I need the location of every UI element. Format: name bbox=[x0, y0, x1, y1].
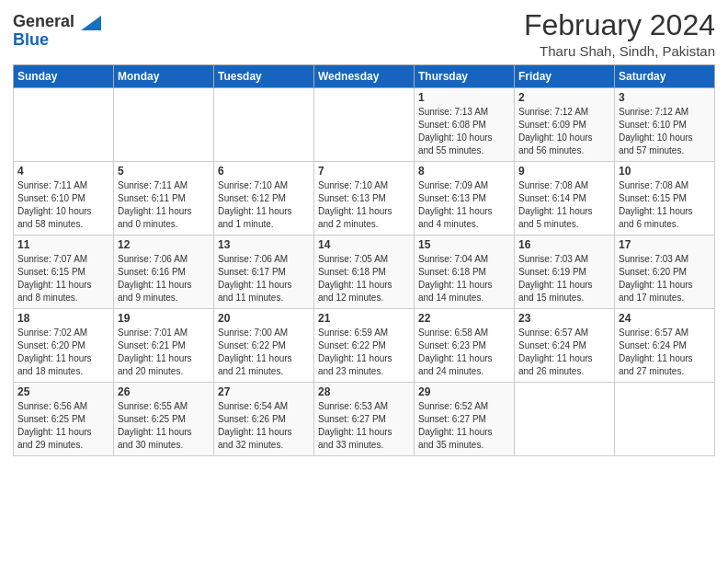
calendar-cell bbox=[314, 88, 415, 162]
day-info: Sunrise: 7:03 AM Sunset: 6:20 PM Dayligh… bbox=[619, 253, 711, 304]
day-number: 5 bbox=[118, 165, 210, 178]
day-number: 17 bbox=[619, 238, 711, 251]
calendar-cell: 17Sunrise: 7:03 AM Sunset: 6:20 PM Dayli… bbox=[615, 236, 715, 309]
day-number: 19 bbox=[118, 312, 210, 325]
day-info: Sunrise: 6:56 AM Sunset: 6:25 PM Dayligh… bbox=[17, 400, 109, 452]
day-number: 1 bbox=[418, 91, 510, 104]
title-area: February 2024 Tharu Shah, Sindh, Pakista… bbox=[524, 9, 715, 59]
calendar-cell: 21Sunrise: 6:59 AM Sunset: 6:22 PM Dayli… bbox=[314, 309, 415, 383]
day-number: 23 bbox=[518, 312, 610, 325]
calendar-cell bbox=[214, 88, 314, 162]
day-info: Sunrise: 7:11 AM Sunset: 6:10 PM Dayligh… bbox=[17, 179, 109, 231]
calendar-cell: 7Sunrise: 7:10 AM Sunset: 6:13 PM Daylig… bbox=[314, 162, 415, 236]
calendar-cell: 25Sunrise: 6:56 AM Sunset: 6:25 PM Dayli… bbox=[14, 383, 114, 456]
day-info: Sunrise: 7:13 AM Sunset: 6:08 PM Dayligh… bbox=[418, 106, 510, 157]
day-info: Sunrise: 7:10 AM Sunset: 6:12 PM Dayligh… bbox=[218, 179, 310, 231]
calendar-cell: 1Sunrise: 7:13 AM Sunset: 6:08 PM Daylig… bbox=[415, 88, 515, 162]
day-info: Sunrise: 7:09 AM Sunset: 6:13 PM Dayligh… bbox=[418, 179, 510, 231]
week-row-5: 25Sunrise: 6:56 AM Sunset: 6:25 PM Dayli… bbox=[14, 383, 715, 456]
calendar-cell: 27Sunrise: 6:54 AM Sunset: 6:26 PM Dayli… bbox=[214, 383, 314, 456]
day-info: Sunrise: 7:06 AM Sunset: 6:17 PM Dayligh… bbox=[218, 253, 310, 304]
day-number: 18 bbox=[17, 312, 109, 325]
day-number: 16 bbox=[518, 238, 610, 251]
day-info: Sunrise: 6:58 AM Sunset: 6:23 PM Dayligh… bbox=[418, 327, 510, 378]
weekday-header-monday: Monday bbox=[114, 65, 214, 88]
day-info: Sunrise: 7:00 AM Sunset: 6:22 PM Dayligh… bbox=[218, 327, 310, 378]
day-info: Sunrise: 6:54 AM Sunset: 6:26 PM Dayligh… bbox=[218, 400, 310, 452]
weekday-header-tuesday: Tuesday bbox=[214, 65, 314, 88]
calendar-cell: 6Sunrise: 7:10 AM Sunset: 6:12 PM Daylig… bbox=[214, 162, 314, 236]
location-title: Tharu Shah, Sindh, Pakistan bbox=[524, 43, 715, 59]
day-info: Sunrise: 6:55 AM Sunset: 6:25 PM Dayligh… bbox=[118, 400, 210, 452]
calendar-cell: 18Sunrise: 7:02 AM Sunset: 6:20 PM Dayli… bbox=[14, 309, 114, 383]
day-number: 22 bbox=[418, 312, 510, 325]
day-number: 28 bbox=[318, 385, 410, 398]
day-number: 20 bbox=[218, 312, 310, 325]
day-info: Sunrise: 7:01 AM Sunset: 6:21 PM Dayligh… bbox=[118, 327, 210, 378]
calendar-cell: 2Sunrise: 7:12 AM Sunset: 6:09 PM Daylig… bbox=[515, 88, 615, 162]
weekday-header-row: SundayMondayTuesdayWednesdayThursdayFrid… bbox=[14, 65, 715, 88]
calendar-table: SundayMondayTuesdayWednesdayThursdayFrid… bbox=[13, 64, 715, 456]
day-number: 13 bbox=[218, 238, 310, 251]
weekday-header-wednesday: Wednesday bbox=[314, 65, 415, 88]
day-number: 12 bbox=[118, 238, 210, 251]
calendar-cell: 19Sunrise: 7:01 AM Sunset: 6:21 PM Dayli… bbox=[114, 309, 214, 383]
calendar-cell: 10Sunrise: 7:08 AM Sunset: 6:15 PM Dayli… bbox=[615, 162, 715, 236]
weekday-header-friday: Friday bbox=[515, 65, 615, 88]
day-number: 7 bbox=[318, 165, 410, 178]
week-row-4: 18Sunrise: 7:02 AM Sunset: 6:20 PM Dayli… bbox=[14, 309, 715, 383]
day-number: 6 bbox=[218, 165, 310, 178]
day-info: Sunrise: 7:02 AM Sunset: 6:20 PM Dayligh… bbox=[17, 327, 109, 378]
svg-marker-0 bbox=[81, 16, 101, 30]
calendar-cell: 14Sunrise: 7:05 AM Sunset: 6:18 PM Dayli… bbox=[314, 236, 415, 309]
calendar-cell: 22Sunrise: 6:58 AM Sunset: 6:23 PM Dayli… bbox=[415, 309, 515, 383]
day-info: Sunrise: 7:11 AM Sunset: 6:11 PM Dayligh… bbox=[118, 179, 210, 231]
logo-blue: Blue bbox=[13, 30, 49, 49]
weekday-header-thursday: Thursday bbox=[415, 65, 515, 88]
calendar-cell bbox=[14, 88, 114, 162]
day-info: Sunrise: 7:12 AM Sunset: 6:09 PM Dayligh… bbox=[518, 106, 610, 157]
day-info: Sunrise: 7:08 AM Sunset: 6:15 PM Dayligh… bbox=[619, 179, 711, 231]
day-info: Sunrise: 7:10 AM Sunset: 6:13 PM Dayligh… bbox=[318, 179, 410, 231]
day-number: 25 bbox=[17, 385, 109, 398]
calendar-cell bbox=[114, 88, 214, 162]
calendar-cell: 12Sunrise: 7:06 AM Sunset: 6:16 PM Dayli… bbox=[114, 236, 214, 309]
day-info: Sunrise: 6:52 AM Sunset: 6:27 PM Dayligh… bbox=[418, 400, 510, 452]
calendar-cell: 8Sunrise: 7:09 AM Sunset: 6:13 PM Daylig… bbox=[415, 162, 515, 236]
calendar-cell: 16Sunrise: 7:03 AM Sunset: 6:19 PM Dayli… bbox=[515, 236, 615, 309]
day-number: 11 bbox=[17, 238, 109, 251]
day-number: 15 bbox=[418, 238, 510, 251]
day-number: 29 bbox=[418, 385, 510, 398]
logo-triangle-icon bbox=[81, 16, 101, 30]
calendar-cell: 20Sunrise: 7:00 AM Sunset: 6:22 PM Dayli… bbox=[214, 309, 314, 383]
calendar-cell: 28Sunrise: 6:53 AM Sunset: 6:27 PM Dayli… bbox=[314, 383, 415, 456]
calendar-cell: 3Sunrise: 7:12 AM Sunset: 6:10 PM Daylig… bbox=[615, 88, 715, 162]
calendar-cell: 26Sunrise: 6:55 AM Sunset: 6:25 PM Dayli… bbox=[114, 383, 214, 456]
day-info: Sunrise: 7:04 AM Sunset: 6:18 PM Dayligh… bbox=[418, 253, 510, 304]
calendar-cell bbox=[615, 383, 715, 456]
day-info: Sunrise: 6:57 AM Sunset: 6:24 PM Dayligh… bbox=[518, 327, 610, 378]
day-info: Sunrise: 7:03 AM Sunset: 6:19 PM Dayligh… bbox=[518, 253, 610, 304]
calendar-cell: 9Sunrise: 7:08 AM Sunset: 6:14 PM Daylig… bbox=[515, 162, 615, 236]
week-row-2: 4Sunrise: 7:11 AM Sunset: 6:10 PM Daylig… bbox=[14, 162, 715, 236]
day-info: Sunrise: 7:12 AM Sunset: 6:10 PM Dayligh… bbox=[619, 106, 711, 157]
weekday-header-saturday: Saturday bbox=[615, 65, 715, 88]
calendar-cell: 24Sunrise: 6:57 AM Sunset: 6:24 PM Dayli… bbox=[615, 309, 715, 383]
day-info: Sunrise: 7:05 AM Sunset: 6:18 PM Dayligh… bbox=[318, 253, 410, 304]
calendar-cell: 29Sunrise: 6:52 AM Sunset: 6:27 PM Dayli… bbox=[415, 383, 515, 456]
day-info: Sunrise: 7:07 AM Sunset: 6:15 PM Dayligh… bbox=[17, 253, 109, 304]
day-number: 10 bbox=[619, 165, 711, 178]
day-number: 2 bbox=[518, 91, 610, 104]
day-info: Sunrise: 7:06 AM Sunset: 6:16 PM Dayligh… bbox=[118, 253, 210, 304]
logo: General Blue bbox=[13, 13, 101, 50]
calendar-cell: 15Sunrise: 7:04 AM Sunset: 6:18 PM Dayli… bbox=[415, 236, 515, 309]
weekday-header-sunday: Sunday bbox=[14, 65, 114, 88]
day-info: Sunrise: 6:59 AM Sunset: 6:22 PM Dayligh… bbox=[318, 327, 410, 378]
calendar-cell: 4Sunrise: 7:11 AM Sunset: 6:10 PM Daylig… bbox=[14, 162, 114, 236]
day-info: Sunrise: 6:53 AM Sunset: 6:27 PM Dayligh… bbox=[318, 400, 410, 452]
day-number: 24 bbox=[619, 312, 711, 325]
header: General Blue February 2024 Tharu Shah, S… bbox=[13, 9, 715, 59]
calendar-cell bbox=[515, 383, 615, 456]
day-number: 8 bbox=[418, 165, 510, 178]
day-number: 9 bbox=[518, 165, 610, 178]
